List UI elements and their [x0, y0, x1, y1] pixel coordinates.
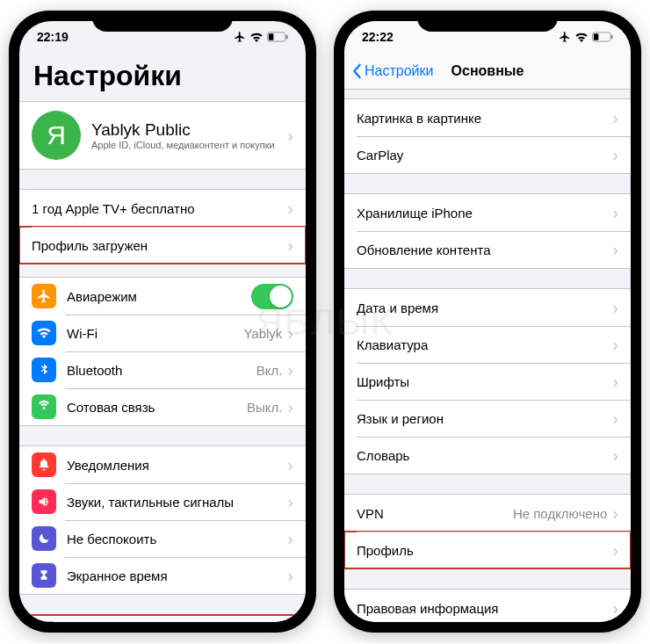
- phone-left: 22:19 Настройки Я Yablyk Public Apple ID…: [9, 11, 316, 633]
- account-sub: Apple ID, iCloud, медиаконтент и покупки: [91, 140, 287, 150]
- back-button[interactable]: Настройки: [351, 63, 433, 79]
- row-label: Bluetooth: [67, 363, 256, 378]
- phone-right: 22:22 Настройки Основные Картинка в карт…: [334, 11, 641, 633]
- group-general: Основные ›: [19, 614, 306, 622]
- group-notifications: Уведомления › Звуки, тактильные сигналы …: [19, 445, 306, 595]
- row-profile[interactable]: Профиль ›: [344, 532, 631, 568]
- content-area[interactable]: Картинка в картинке › CarPlay › Хранилищ…: [344, 90, 631, 622]
- wifi-icon: [249, 32, 264, 42]
- wifi-icon: [574, 32, 589, 42]
- row-label: Словарь: [357, 448, 612, 463]
- chevron-right-icon: ›: [612, 241, 618, 258]
- chevron-right-icon: ›: [612, 446, 618, 464]
- back-label: Настройки: [365, 63, 433, 79]
- chevron-right-icon: ›: [612, 541, 618, 559]
- row-screen-time[interactable]: Экранное время ›: [19, 557, 306, 594]
- row-bluetooth[interactable]: Bluetooth Вкл. ›: [19, 351, 306, 388]
- svg-rect-9: [611, 35, 613, 40]
- row-label: Клавиатура: [357, 337, 612, 352]
- chevron-right-icon: ›: [287, 199, 293, 217]
- row-general[interactable]: Основные ›: [19, 615, 306, 622]
- status-right: [234, 31, 288, 43]
- chevron-right-icon: ›: [612, 109, 618, 127]
- row-label: Шрифты: [357, 374, 612, 389]
- group-vpn: VPN Не подключено › Профиль ›: [344, 494, 631, 569]
- airplane-icon: [559, 31, 571, 43]
- row-picture-in-picture[interactable]: Картинка в картинке ›: [344, 99, 631, 136]
- row-profile-loaded[interactable]: Профиль загружен ›: [19, 227, 306, 264]
- group-promo: 1 год Apple TV+ бесплатно › Профиль загр…: [19, 189, 306, 264]
- avatar: Я: [32, 111, 81, 160]
- chevron-right-icon: ›: [612, 204, 618, 221]
- row-wifi[interactable]: Wi-Fi Yablyk ›: [19, 315, 306, 351]
- group-pip: Картинка в картинке › CarPlay ›: [344, 98, 631, 174]
- row-detail: Выкл.: [247, 400, 282, 415]
- wifi-icon: [32, 321, 56, 345]
- group-connectivity: Авиарежим Wi-Fi Yablyk › Bluetooth: [19, 277, 306, 426]
- group-input: Дата и время › Клавиатура › Шрифты › Язы…: [344, 288, 631, 474]
- bluetooth-icon: [32, 358, 56, 382]
- airplane-icon: [234, 31, 246, 43]
- row-sounds[interactable]: Звуки, тактильные сигналы ›: [19, 483, 306, 520]
- row-do-not-disturb[interactable]: Не беспокоить ›: [19, 520, 306, 557]
- chevron-right-icon: ›: [612, 599, 618, 617]
- chevron-right-icon: ›: [287, 398, 293, 416]
- nav-bar: Настройки Основные: [344, 53, 631, 90]
- row-label: Обновление контента: [357, 242, 612, 257]
- battery-icon: [267, 32, 288, 42]
- row-dictionary[interactable]: Словарь ›: [344, 437, 631, 474]
- chevron-right-icon: ›: [612, 146, 618, 163]
- row-label: Wi-Fi: [67, 326, 243, 341]
- content-area[interactable]: Настройки Я Yablyk Public Apple ID, iClo…: [19, 53, 306, 622]
- chevron-right-icon: ›: [287, 236, 293, 254]
- svg-rect-1: [269, 33, 274, 40]
- chevron-right-icon: ›: [287, 324, 293, 342]
- row-label: Профиль загружен: [32, 238, 287, 253]
- chevron-right-icon: ›: [287, 456, 293, 474]
- row-airplane-mode[interactable]: Авиарежим: [19, 278, 306, 315]
- chevron-right-icon: ›: [612, 299, 618, 316]
- row-label: Экранное время: [67, 568, 287, 583]
- chevron-right-icon: ›: [612, 373, 618, 390]
- chevron-right-icon: ›: [612, 409, 618, 427]
- row-language-region[interactable]: Язык и регион ›: [344, 400, 631, 437]
- row-label: 1 год Apple TV+ бесплатно: [32, 201, 287, 216]
- moon-icon: [32, 526, 56, 551]
- row-label: Правовая информация: [357, 601, 612, 616]
- chevron-right-icon: ›: [287, 567, 293, 584]
- row-detail: Yablyk: [243, 326, 282, 341]
- airplane-switch[interactable]: [251, 284, 293, 309]
- row-vpn[interactable]: VPN Не подключено ›: [344, 495, 631, 532]
- airplane-icon: [32, 284, 56, 308]
- svg-rect-2: [286, 35, 288, 40]
- row-label: Уведомления: [67, 458, 287, 473]
- row-label: VPN: [357, 506, 513, 521]
- chevron-right-icon: ›: [287, 127, 293, 144]
- row-detail: Вкл.: [256, 363, 283, 378]
- row-label: Хранилище iPhone: [357, 206, 612, 221]
- group-legal: Правовая информация ›: [344, 589, 631, 622]
- row-label: Язык и регион: [357, 411, 612, 426]
- account-name: Yablyk Public: [91, 120, 287, 140]
- row-keyboard[interactable]: Клавиатура ›: [344, 326, 631, 363]
- status-right: [559, 31, 613, 43]
- notch: [92, 11, 233, 32]
- row-iphone-storage[interactable]: Хранилище iPhone ›: [344, 194, 631, 231]
- row-cellular[interactable]: Сотовая связь Выкл. ›: [19, 388, 306, 425]
- chevron-left-icon: [351, 63, 362, 79]
- chevron-right-icon: ›: [287, 361, 293, 379]
- row-notifications[interactable]: Уведомления ›: [19, 446, 306, 483]
- row-appletv-promo[interactable]: 1 год Apple TV+ бесплатно ›: [19, 190, 306, 227]
- row-background-refresh[interactable]: Обновление контента ›: [344, 231, 631, 268]
- row-label: Не беспокоить: [67, 532, 287, 546]
- row-fonts[interactable]: Шрифты ›: [344, 363, 631, 400]
- row-date-time[interactable]: Дата и время ›: [344, 289, 631, 326]
- notch: [417, 11, 558, 32]
- row-label: Сотовая связь: [67, 400, 247, 415]
- page-title: Настройки: [19, 53, 306, 101]
- row-legal[interactable]: Правовая информация ›: [344, 590, 631, 622]
- row-label: Картинка в картинке: [357, 111, 612, 126]
- status-time: 22:22: [362, 30, 394, 44]
- apple-id-row[interactable]: Я Yablyk Public Apple ID, iCloud, медиак…: [19, 101, 306, 170]
- row-carplay[interactable]: CarPlay ›: [344, 136, 631, 173]
